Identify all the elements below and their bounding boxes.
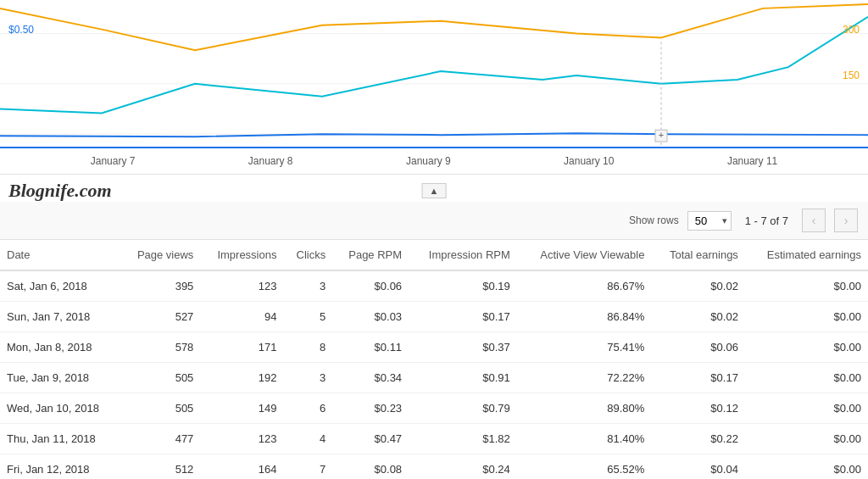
rows-select-wrapper[interactable]: 50 25 100 [687,211,732,231]
table-row: Wed, Jan 10, 20185051496$0.23$0.7989.80%… [0,393,868,424]
cell-row4-col3: 6 [283,393,332,424]
rows-select[interactable]: 50 25 100 [687,211,732,231]
cell-row0-col4: $0.06 [332,270,409,302]
cell-row0-col0: Sat, Jan 6, 2018 [0,270,120,302]
header-page-views: Page views [120,240,200,270]
table-row: Mon, Jan 8, 20185781718$0.11$0.3775.41%$… [0,332,868,363]
cell-row3-col3: 3 [283,363,332,393]
cell-row5-col1: 477 [120,424,200,454]
prev-page-button[interactable]: ‹ [802,209,826,232]
cell-row6-col3: 7 [283,454,332,480]
header-clicks: Clicks [283,240,332,270]
x-axis: January 7 January 8 January 9 January 10… [0,148,868,175]
header-total-earnings: Total earnings [651,240,745,270]
cell-row2-col0: Mon, Jan 8, 2018 [0,332,120,363]
cell-row2-col2: 171 [200,332,283,363]
cell-row4-col0: Wed, Jan 10, 2018 [0,393,120,424]
cell-row2-col1: 578 [120,332,200,363]
cell-row5-col7: $0.22 [651,424,745,454]
cell-row3-col1: 505 [120,363,200,393]
table-wrapper: Date Page views Impressions Clicks Page … [0,240,868,479]
y-axis-right-150-label: 150 [843,70,860,81]
header-page-rpm: Page RPM [332,240,409,270]
cell-row1-col8: $0.00 [745,302,868,332]
cell-row3-col7: $0.17 [651,363,745,393]
cell-row3-col4: $0.34 [332,363,409,393]
x-label-jan11: January 11 [727,155,777,167]
cell-row1-col6: 86.84% [517,302,652,332]
chart-container: + $0.50 300 150 [0,0,868,148]
next-page-button[interactable]: › [834,209,858,232]
y-axis-right-300-label: 300 [843,24,860,36]
cell-row6-col6: 65.52% [517,454,652,480]
cell-row4-col7: $0.12 [651,393,745,424]
logo-row: Blognife.com ▲ [0,175,868,202]
data-table: Date Page views Impressions Clicks Page … [0,240,868,479]
cell-row5-col5: $1.82 [409,424,517,454]
cell-row1-col3: 5 [283,302,332,332]
cell-row1-col4: $0.03 [332,302,409,332]
cell-row3-col0: Tue, Jan 9, 2018 [0,363,120,393]
cell-row6-col2: 164 [200,454,283,480]
x-label-jan7: January 7 [91,155,136,167]
cell-row5-col4: $0.47 [332,424,409,454]
cell-row0-col2: 123 [200,270,283,302]
cell-row6-col4: $0.08 [332,454,409,480]
table-header-row: Date Page views Impressions Clicks Page … [0,240,868,270]
cell-row2-col4: $0.11 [332,332,409,363]
cell-row4-col8: $0.00 [745,393,868,424]
cell-row6-col5: $0.24 [409,454,517,480]
table-row: Sat, Jan 6, 20183951233$0.06$0.1986.67%$… [0,270,868,302]
cell-row0-col8: $0.00 [745,270,868,302]
cell-row5-col8: $0.00 [745,424,868,454]
cell-row3-col8: $0.00 [745,363,868,393]
cell-row1-col5: $0.17 [409,302,517,332]
cell-row5-col2: 123 [200,424,283,454]
y-axis-left-label: $0.50 [8,24,34,36]
cell-row3-col5: $0.91 [409,363,517,393]
toolbar: Show rows 50 25 100 1 - 7 of 7 ‹ › [0,202,868,240]
cell-row6-col1: 512 [120,454,200,480]
cell-row1-col2: 94 [200,302,283,332]
cell-row1-col0: Sun, Jan 7, 2018 [0,302,120,332]
table-row: Tue, Jan 9, 20185051923$0.34$0.9172.22%$… [0,363,868,393]
show-rows-label: Show rows [629,214,679,226]
x-label-jan9: January 9 [406,155,451,167]
cell-row5-col3: 4 [283,424,332,454]
table-row: Thu, Jan 11, 20184771234$0.47$1.8281.40%… [0,424,868,454]
cell-row4-col6: 89.80% [517,393,652,424]
cell-row6-col7: $0.04 [651,454,745,480]
cell-row4-col2: 149 [200,393,283,424]
cell-row1-col7: $0.02 [651,302,745,332]
site-logo: Blognife.com [8,180,112,202]
x-label-jan10: January 10 [564,155,614,167]
header-impression-rpm: Impression RPM [409,240,517,270]
svg-text:+: + [659,130,664,140]
expand-button[interactable]: ▲ [422,183,447,198]
cell-row0-col3: 3 [283,270,332,302]
cell-row1-col1: 527 [120,302,200,332]
cell-row2-col3: 8 [283,332,332,363]
cell-row4-col5: $0.79 [409,393,517,424]
cell-row0-col6: 86.67% [517,270,652,302]
header-date: Date [0,240,120,270]
cell-row4-col1: 505 [120,393,200,424]
cell-row3-col2: 192 [200,363,283,393]
cell-row0-col7: $0.02 [651,270,745,302]
cell-row6-col0: Fri, Jan 12, 2018 [0,454,120,480]
table-row: Fri, Jan 12, 20185121647$0.08$0.2465.52%… [0,454,868,480]
cell-row0-col1: 395 [120,270,200,302]
cell-row2-col5: $0.37 [409,332,517,363]
cell-row0-col5: $0.19 [409,270,517,302]
cell-row5-col6: 81.40% [517,424,652,454]
cell-row4-col4: $0.23 [332,393,409,424]
cell-row6-col8: $0.00 [745,454,868,480]
header-active-view: Active View Viewable [517,240,652,270]
cell-row3-col6: 72.22% [517,363,652,393]
cell-row5-col0: Thu, Jan 11, 2018 [0,424,120,454]
cell-row2-col8: $0.00 [745,332,868,363]
x-label-jan8: January 8 [248,155,293,167]
pagination-info: 1 - 7 of 7 [745,214,788,227]
header-estimated-earnings: Estimated earnings [745,240,868,270]
cell-row2-col7: $0.06 [651,332,745,363]
